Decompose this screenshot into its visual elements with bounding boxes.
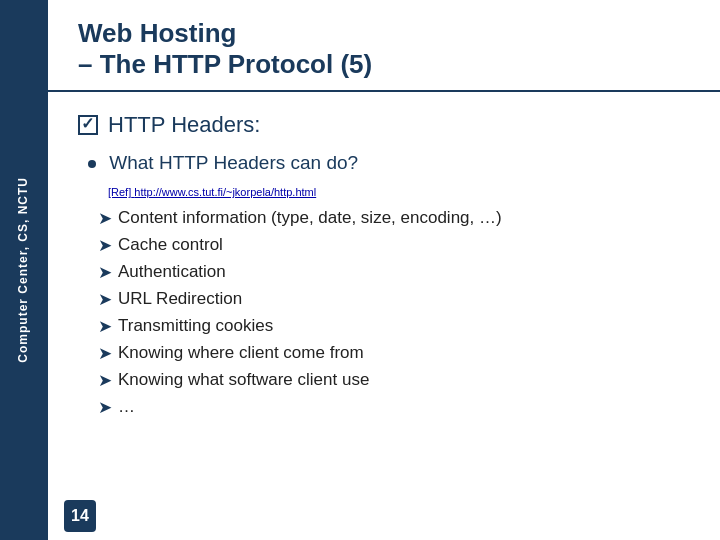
- subheading-text: What HTTP Headers can do?: [109, 152, 358, 173]
- bullet-point-icon: [88, 160, 96, 168]
- list-item: ➤Authentication: [98, 262, 690, 283]
- list-item-text: Content information (type, date, size, e…: [118, 208, 502, 228]
- list-item-text: Transmitting cookies: [118, 316, 273, 336]
- list-item: ➤…: [98, 397, 690, 418]
- list-item-text: …: [118, 397, 135, 417]
- content-area: HTTP Headers: What HTTP Headers can do? …: [48, 92, 720, 492]
- header-line1: Web Hosting: [78, 18, 236, 48]
- header-line2: – The HTTP Protocol (5): [78, 49, 372, 79]
- arrow-icon: ➤: [98, 316, 112, 337]
- list-item-text: Knowing what software client use: [118, 370, 369, 390]
- header: Web Hosting – The HTTP Protocol (5): [48, 0, 720, 92]
- sidebar: Computer Center, CS, NCTU: [0, 0, 48, 540]
- arrow-icon: ➤: [98, 343, 112, 364]
- main-content: Web Hosting – The HTTP Protocol (5) HTTP…: [48, 0, 720, 540]
- arrow-icon: ➤: [98, 262, 112, 283]
- list-item: ➤URL Redirection: [98, 289, 690, 310]
- list-item-text: Cache control: [118, 235, 223, 255]
- ref-url: http://www.cs.tut.fi/~jkorpela/http.html: [134, 186, 316, 198]
- arrow-icon: ➤: [98, 208, 112, 229]
- ref-text: [Ref]: [108, 186, 131, 198]
- list-item: ➤Transmitting cookies: [98, 316, 690, 337]
- section-heading: HTTP Headers:: [78, 112, 690, 138]
- list-item-text: Knowing where client come from: [118, 343, 364, 363]
- items-list: ➤Content information (type, date, size, …: [98, 208, 690, 418]
- bullet-heading: What HTTP Headers can do?: [88, 152, 690, 174]
- footer: 14: [48, 492, 720, 540]
- list-item: ➤Knowing what software client use: [98, 370, 690, 391]
- list-item: ➤Cache control: [98, 235, 690, 256]
- page-number: 14: [64, 500, 96, 532]
- arrow-icon: ➤: [98, 370, 112, 391]
- arrow-icon: ➤: [98, 397, 112, 418]
- list-item-text: URL Redirection: [118, 289, 242, 309]
- ref-link[interactable]: [Ref] http://www.cs.tut.fi/~jkorpela/htt…: [108, 186, 690, 198]
- header-title: Web Hosting – The HTTP Protocol (5): [78, 18, 690, 80]
- arrow-icon: ➤: [98, 235, 112, 256]
- sidebar-label: Computer Center, CS, NCTU: [16, 177, 32, 363]
- section-heading-text: HTTP Headers:: [108, 112, 260, 138]
- list-item: ➤Knowing where client come from: [98, 343, 690, 364]
- list-item-text: Authentication: [118, 262, 226, 282]
- arrow-icon: ➤: [98, 289, 112, 310]
- list-item: ➤Content information (type, date, size, …: [98, 208, 690, 229]
- checkbox-icon: [78, 115, 98, 135]
